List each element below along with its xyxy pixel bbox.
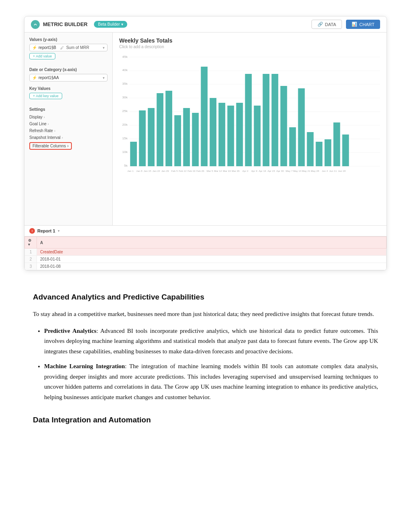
row-3-cell: 2018-01-08 <box>37 263 387 270</box>
app-logo-icon <box>31 20 40 29</box>
svg-text:10k: 10k <box>122 150 128 154</box>
svg-rect-27 <box>201 67 208 166</box>
values-section-title: Values (y-axis) <box>29 37 108 42</box>
svg-rect-28 <box>210 98 216 166</box>
col-header-a: A <box>37 237 387 249</box>
article-bullet-list: Predictive Analytics: Advanced BI tools … <box>44 326 378 403</box>
field1-name: report1§B <box>39 45 56 50</box>
svg-text:May 7: May 7 <box>286 169 293 172</box>
beta-button[interactable]: Beta Builder ▾ <box>94 21 127 28</box>
svg-rect-21 <box>148 108 155 166</box>
svg-text:45k: 45k <box>122 55 128 59</box>
svg-rect-38 <box>298 88 305 166</box>
svg-rect-30 <box>227 106 234 166</box>
article-heading-2: Data Integration and Automation <box>33 414 378 426</box>
svg-rect-40 <box>316 142 323 166</box>
report-tab-icon: ! <box>29 228 35 234</box>
svg-text:Jan 1: Jan 1 <box>127 169 134 172</box>
chart-title: Weekly Sales Totals <box>119 37 380 44</box>
x-axis-field-row[interactable]: ⚡ report1§AA ▾ <box>29 74 108 82</box>
settings-section-title: Settings <box>29 107 108 112</box>
table-row: 3 2018-01-08 <box>25 263 387 270</box>
report-tab-area: ! Report 1 ▾ ⚙ ▾ A 1 CreatedDate 2 <box>24 225 387 270</box>
metric-builder-screenshot: METRIC BUILDER Beta Builder ▾ 🔗 DATA 📊 C… <box>24 16 387 271</box>
settings-display[interactable]: Display › <box>29 114 108 120</box>
svg-rect-42 <box>334 122 340 166</box>
metric-builder-body: Values (y-axis) ⚡ report1§B 🖊 Sum of MRR… <box>24 33 387 225</box>
chart-area: 45k 40k 35k 30k 25k 20k 15k 10k 5k <box>119 53 380 173</box>
date-section-title: Date or Category (x-axis) <box>29 67 108 72</box>
svg-rect-22 <box>157 93 163 166</box>
field1-measure: Sum of MRR <box>66 45 89 50</box>
svg-text:Jun 11: Jun 11 <box>329 169 337 172</box>
svg-rect-43 <box>342 135 349 166</box>
report-tab-arrow: ▾ <box>58 229 60 233</box>
svg-text:Apr 2: Apr 2 <box>242 169 249 172</box>
field1-arrow: ▾ <box>103 46 105 50</box>
metric-builder-header: METRIC BUILDER Beta Builder ▾ 🔗 DATA 📊 C… <box>24 16 387 33</box>
svg-text:Feb 5: Feb 5 <box>171 169 178 172</box>
list-item-ml: Machine Learning Integration: The integr… <box>44 361 378 402</box>
key-values-section-title: Key Values <box>29 86 108 91</box>
header-right-actions: 🔗 DATA 📊 CHART <box>311 20 380 29</box>
settings-snapshot-interval[interactable]: Snapshot Interval › <box>29 134 108 141</box>
bars-group <box>130 67 349 166</box>
svg-rect-37 <box>289 127 296 166</box>
svg-rect-26 <box>192 113 199 166</box>
svg-rect-23 <box>165 91 172 166</box>
svg-text:35k: 35k <box>122 82 128 86</box>
field2-arrow: ▾ <box>103 76 105 80</box>
chart-subtitle: Click to add a description <box>119 45 380 49</box>
svg-text:Apr 23: Apr 23 <box>267 169 275 172</box>
svg-point-0 <box>33 22 38 27</box>
svg-text:Apr 9: Apr 9 <box>251 169 258 172</box>
y-axis-field-row[interactable]: ⚡ report1§B 🖊 Sum of MRR ▾ <box>29 44 108 51</box>
svg-text:Mar 26: Mar 26 <box>232 169 240 172</box>
svg-text:Jan 29: Jan 29 <box>161 169 169 172</box>
svg-text:Jan 15: Jan 15 <box>144 169 151 172</box>
settings-filterable-columns[interactable]: Filterable Columns › <box>29 142 72 150</box>
bullet-2-bold: Machine Learning Integration <box>44 363 125 369</box>
svg-text:Feb 26: Feb 26 <box>196 169 204 172</box>
svg-rect-31 <box>236 103 243 166</box>
field2-name: report1§AA <box>39 75 59 80</box>
chart-button[interactable]: 📊 CHART <box>346 20 380 29</box>
settings-goal-line[interactable]: Goal Line › <box>29 120 108 127</box>
svg-rect-32 <box>245 74 252 166</box>
field-icon: ⚡ <box>32 45 37 50</box>
svg-rect-35 <box>272 74 279 166</box>
row-1-cell: CreatedDate <box>37 249 387 256</box>
row-2-cell: 2018-01-01 <box>37 256 387 263</box>
bullet-1-bold: Predictive Analytics <box>44 328 96 334</box>
svg-text:Jan 22: Jan 22 <box>153 169 160 172</box>
svg-text:Jun 4: Jun 4 <box>322 169 328 172</box>
svg-text:Feb 19: Feb 19 <box>187 169 195 172</box>
svg-rect-20 <box>139 110 146 166</box>
report-table: ⚙ ▾ A 1 CreatedDate 2 2018-01-01 3 2018-… <box>24 236 387 270</box>
left-panel: Values (y-axis) ⚡ report1§B 🖊 Sum of MRR… <box>24 33 113 225</box>
add-key-value-button[interactable]: + Add key value <box>29 93 62 99</box>
list-item-predictive: Predictive Analytics: Advanced BI tools … <box>44 326 378 357</box>
svg-rect-29 <box>218 103 225 166</box>
bar-chart-svg: 45k 40k 35k 30k 25k 20k 15k 10k 5k <box>119 53 380 173</box>
table-row: 1 CreatedDate <box>25 249 387 256</box>
svg-text:May 21: May 21 <box>302 169 310 172</box>
table-row: 2 2018-01-01 <box>25 256 387 263</box>
svg-rect-19 <box>130 142 137 166</box>
app-name: METRIC BUILDER <box>43 21 87 27</box>
settings-refresh-rate[interactable]: Refresh Rate › <box>29 127 108 134</box>
svg-text:25k: 25k <box>122 109 128 113</box>
svg-text:Jan 8: Jan 8 <box>136 169 142 172</box>
svg-text:30k: 30k <box>122 96 128 99</box>
svg-text:Jun 18: Jun 18 <box>338 169 346 172</box>
svg-text:Apr 16: Apr 16 <box>258 169 266 172</box>
svg-text:Mar 19: Mar 19 <box>223 169 231 172</box>
add-value-button[interactable]: + Add value <box>29 53 55 59</box>
svg-text:May 14: May 14 <box>293 169 301 172</box>
report-tab-bar: ! Report 1 ▾ <box>24 226 387 236</box>
svg-text:Mar 5: Mar 5 <box>207 169 214 172</box>
svg-rect-24 <box>174 115 181 166</box>
report-tab-label[interactable]: Report 1 <box>37 228 55 233</box>
data-button[interactable]: 🔗 DATA <box>311 20 342 29</box>
svg-rect-33 <box>254 106 260 166</box>
